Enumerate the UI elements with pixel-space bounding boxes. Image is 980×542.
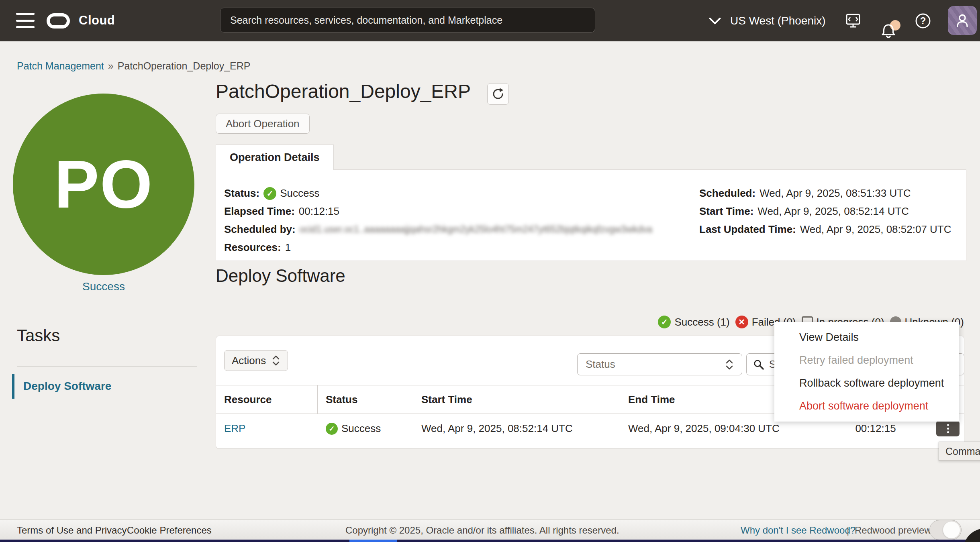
- oracle-logo-icon: [47, 13, 70, 29]
- copyright-text: Copyright © 2025, Oracle and/or its affi…: [345, 525, 619, 536]
- resources-label: Resources:: [224, 241, 281, 254]
- row-status-value: Success: [341, 422, 381, 435]
- cookie-preferences-link[interactable]: Cookie Preferences: [127, 525, 212, 536]
- status-filter-select[interactable]: Status: [577, 353, 742, 375]
- brand-label: Cloud: [79, 13, 115, 28]
- bottom-strip: [0, 540, 980, 542]
- notifications-bell-icon[interactable]: [878, 21, 899, 42]
- legend-failed-icon: ✕: [735, 316, 748, 328]
- row-kebab-menu-button[interactable]: [936, 420, 960, 436]
- row-context-menu: View Details Retry failed deployment Rol…: [774, 322, 959, 422]
- refresh-icon: [491, 87, 505, 101]
- status-value: Success: [280, 187, 319, 200]
- redwood-preview-label: Redwood preview: [855, 525, 931, 536]
- task-item-label: Deploy Software: [23, 380, 111, 393]
- terms-link[interactable]: Terms of Use and Privacy: [17, 525, 127, 536]
- breadcrumb-separator: »: [108, 60, 114, 71]
- chevrons-updown-icon: [725, 359, 734, 371]
- sidebar-item-deploy-software[interactable]: Deploy Software: [12, 374, 111, 399]
- operation-status-link[interactable]: Success: [13, 280, 194, 293]
- breadcrumb-parent-link[interactable]: Patch Management: [17, 60, 104, 71]
- help-icon[interactable]: ?: [913, 10, 933, 31]
- tasks-divider: [17, 367, 197, 367]
- deploy-software-heading: Deploy Software: [216, 266, 345, 286]
- scheduled-label: Scheduled:: [699, 187, 755, 200]
- actions-label: Actions: [232, 355, 266, 367]
- page-title: PatchOperation_Deploy_ERP: [216, 80, 471, 102]
- legend-success-icon: ✓: [658, 316, 671, 328]
- region-label: US West (Phoenix): [730, 14, 826, 27]
- user-avatar[interactable]: [948, 6, 977, 35]
- row-success-icon: ✓: [326, 423, 338, 435]
- status-filter-placeholder: Status: [586, 358, 615, 371]
- kebab-tooltip: Comman: [939, 442, 980, 461]
- search-icon: [753, 359, 764, 371]
- breadcrumb-current: PatchOperation_Deploy_ERP: [118, 60, 251, 71]
- start-time-value: Wed, Apr 9, 2025, 08:52:14 UTC: [757, 205, 909, 218]
- col-resource[interactable]: Resource: [216, 385, 318, 414]
- legend-success-label: Success (1): [674, 316, 729, 328]
- footer-divider: |: [847, 525, 849, 536]
- last-updated-value: Wed, Apr 9, 2025, 08:52:07 UTC: [800, 223, 951, 236]
- chevron-down-icon: [707, 15, 723, 27]
- operation-initials: PO: [54, 146, 153, 223]
- cloud-shell-icon[interactable]: [843, 10, 864, 31]
- tab-operation-details[interactable]: Operation Details: [216, 145, 334, 170]
- start-time-label: Start Time:: [699, 205, 753, 218]
- redwood-preview-toggle[interactable]: [929, 520, 962, 540]
- scheduled-by-label: Scheduled by:: [224, 223, 296, 236]
- success-check-icon: ✓: [263, 187, 276, 200]
- scheduled-value: Wed, Apr 9, 2025, 08:51:33 UTC: [760, 187, 911, 200]
- last-updated-label: Last Updated Time:: [699, 223, 796, 236]
- global-search[interactable]: [220, 8, 595, 33]
- abort-operation-button[interactable]: Abort Operation: [216, 114, 310, 134]
- topbar: Cloud US West (Phoenix) ?: [0, 0, 980, 41]
- redwood-question-link[interactable]: Why don't I see Redwood?: [741, 525, 855, 536]
- menu-item-retry-failed-deployment: Retry failed deployment: [774, 349, 959, 372]
- row-start-time: Wed, Apr 9, 2025, 08:52:14 UTC: [413, 414, 620, 443]
- bottom-strip-segment: [349, 540, 397, 542]
- hamburger-menu-icon[interactable]: [16, 13, 35, 28]
- operation-details-panel: Status: ✓ Success Elapsed Time: 00:12:15…: [216, 169, 966, 261]
- menu-item-view-details[interactable]: View Details: [774, 326, 959, 349]
- elapsed-time-value: 00:12:15: [299, 205, 339, 218]
- refresh-button[interactable]: [487, 83, 509, 105]
- scheduled-by-value: ocid1.user.oc1..aaaaaaaajjqahsr2hkgm2yk2…: [300, 224, 652, 235]
- chevrons-updown-icon: [272, 355, 280, 367]
- breadcrumb: Patch Management»PatchOperation_Deploy_E…: [17, 60, 250, 72]
- operation-avatar: PO: [13, 94, 194, 275]
- tasks-heading: Tasks: [17, 326, 60, 345]
- resources-value: 1: [285, 241, 291, 254]
- toggle-knob: [943, 522, 960, 538]
- menu-item-rollback-software-deployment[interactable]: Rollback software deployment: [774, 372, 959, 395]
- page: Cloud US West (Phoenix) ? Patch Manageme…: [0, 0, 980, 542]
- resource-link[interactable]: ERP: [224, 422, 245, 435]
- col-status[interactable]: Status: [318, 385, 413, 414]
- status-label: Status:: [224, 187, 259, 200]
- actions-dropdown-button[interactable]: Actions: [224, 350, 288, 371]
- region-selector[interactable]: US West (Phoenix): [707, 0, 826, 41]
- footer: Terms of Use and Privacy Cookie Preferen…: [0, 520, 980, 540]
- col-start-time[interactable]: Start Time: [413, 385, 620, 414]
- global-search-input[interactable]: [230, 14, 585, 26]
- menu-item-abort-software-deployment[interactable]: Abort software deployment: [774, 395, 959, 418]
- svg-text:?: ?: [920, 15, 926, 26]
- person-icon: [953, 12, 971, 29]
- elapsed-time-label: Elapsed Time:: [224, 205, 295, 218]
